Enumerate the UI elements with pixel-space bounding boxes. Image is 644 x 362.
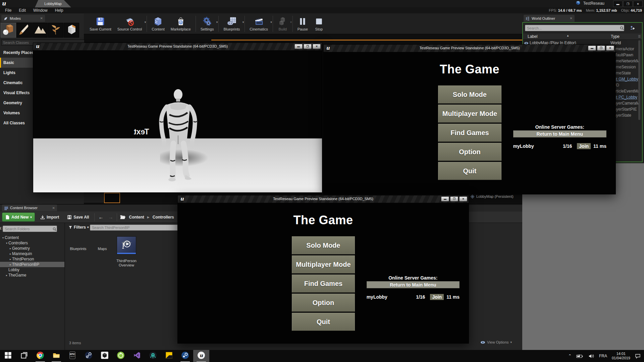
tree-item-thirdperson[interactable]: ▸ThirdPerson [0,256,64,262]
toolbar-content[interactable]: Content [149,16,168,32]
breadcrumb-content[interactable]: Content [129,215,144,220]
taskbar-explorer[interactable] [48,350,64,362]
tree-expander-icon[interactable]: ▸ [9,247,12,250]
tree-item-geometry[interactable]: ▸Geometry [0,246,64,251]
toolbar-stop[interactable]: Stop [311,16,327,32]
view-options-button[interactable]: View Options ▾ [480,340,512,344]
label-column-header[interactable]: Label [528,34,537,39]
save-all-button[interactable]: Save All [64,213,92,221]
dropdown-arrow-icon[interactable]: ▾ [290,20,292,24]
tree-expander-icon[interactable]: ▸ [9,252,12,255]
battery-icon[interactable] [576,354,584,358]
type-column-header[interactable]: Type [611,34,620,39]
toolbar-marketplace[interactable]: uMarketplace [168,16,194,32]
toolbar-pause[interactable]: Pause [294,16,311,32]
selected-asset-thumbnail[interactable] [104,193,120,203]
close-button[interactable]: ✕ [313,44,321,49]
minimize-button[interactable]: ▬ [294,44,303,49]
game-button-find-games[interactable]: Find Games [292,275,355,293]
game-button-option[interactable]: Option [292,294,355,312]
mode-tab-foliage[interactable] [48,23,63,38]
minimize-button[interactable]: ▬ [441,196,449,201]
taskbar-steam[interactable] [80,350,97,362]
tree-item-controllers[interactable]: ▾Controllers [0,240,64,246]
game-window-titlebar[interactable]: u TestReseau Game Preview Standalone (64… [324,45,615,52]
tree-expander-icon[interactable]: ▸ [5,274,8,277]
taskbar-steam-blue[interactable] [177,350,193,362]
tree-expander-icon[interactable]: ▾ [5,242,8,245]
column-filter-icon[interactable]: ☰ [638,35,641,38]
tree-item-mannequin[interactable]: ▸Mannequin [0,251,64,256]
clock[interactable]: 14:01 01/04/2019 [612,352,630,360]
add-new-button[interactable]: Add New ▾ [2,213,35,222]
tray-chevron-icon[interactable]: ⌃ [568,354,572,358]
asset-maps[interactable]: Maps [93,236,112,267]
close-button[interactable]: ✕ [459,196,467,201]
taskbar-gitkraken[interactable] [145,350,161,362]
speaker-icon[interactable] [588,354,594,358]
game-button-find-games[interactable]: Find Games [438,124,501,142]
import-button[interactable]: Import [38,213,62,221]
modes-tab-close-icon[interactable]: ✕ [40,16,43,20]
world-outliner-tab[interactable]: World Outliner ✕ [524,15,575,22]
dropdown-arrow-icon[interactable]: ▾ [243,20,244,24]
taskbar-unity[interactable] [97,350,113,362]
outliner-header[interactable]: Label ▲ Type ☰ [523,34,642,40]
menu-file[interactable]: File [1,8,15,13]
game-button-quit[interactable]: Quit [438,162,501,180]
maximize-button[interactable]: ❐ [450,196,458,201]
dropdown-arrow-icon[interactable]: ▾ [216,20,218,24]
maximize-button[interactable]: ❐ [597,46,605,51]
action-center-icon[interactable] [635,354,641,359]
taskbar-task-view[interactable] [16,350,32,362]
tree-expander-icon[interactable]: ▾ [1,236,5,239]
join-button[interactable]: Join [577,143,591,149]
game-preview-window-menu-2[interactable]: u TestReseau Game Preview Standalone (64… [177,195,469,344]
content-browser-tab-close-icon[interactable]: ✕ [52,206,55,210]
restore-button[interactable]: ❐ [623,1,633,7]
game-button-solo-mode[interactable]: Solo Mode [438,85,501,104]
content-browser-tab[interactable]: Content Browser ✕ [2,204,57,211]
game-window-titlebar[interactable]: u TestReseau Game Preview Standalone (64… [178,195,469,203]
taskbar-visual-studio[interactable] [129,350,145,362]
minimize-button[interactable]: ▬ [588,46,596,51]
tree-item-thirdpersonbp[interactable]: ▸ThirdPersonBP [0,262,64,267]
nav-back-button[interactable]: ← [97,214,104,220]
mode-tab-place[interactable] [1,23,16,38]
game-button-option[interactable]: Option [438,143,501,161]
language-indicator[interactable]: FRA [599,354,607,358]
tree-expander-icon[interactable]: ▸ [9,263,12,266]
add-actor-icon[interactable] [630,25,635,31]
main-titlebar[interactable]: u LobbyMap TestReseau ▬ ❐ ✕ [0,0,644,7]
tree-expander-icon[interactable]: ▸ [9,258,12,261]
menu-help[interactable]: Help [51,8,67,13]
game-button-multiplayer-mode[interactable]: Multiplayer Mode [438,105,501,123]
asset-thirdperson-overview[interactable]: ThirdPerson Overview [117,236,136,267]
toolbar-save-current[interactable]: Save Current [87,16,114,32]
menu-window[interactable]: Window [30,8,51,13]
taskbar-epic[interactable]: EPICGAMES [64,350,80,362]
dropdown-arrow-icon[interactable]: ▾ [270,20,272,24]
modes-tab[interactable]: Modes ✕ [1,15,45,22]
mode-tab-geometry[interactable] [64,23,79,38]
mode-tab-paint[interactable] [16,23,32,38]
sort-ascending-icon[interactable]: ▲ [567,34,569,37]
game-window-titlebar[interactable]: u TestReseau Game Preview Standalone (64… [33,43,322,51]
minimize-button[interactable]: ▬ [613,1,623,7]
map-tab[interactable]: LobbyMap [35,0,71,7]
breadcrumb-controllers[interactable]: Controllers [153,215,174,220]
taskbar-start[interactable] [0,350,16,362]
join-button[interactable]: Join [430,294,444,300]
game-preview-window-scene[interactable]: u TestReseau Game Preview Standalone (64… [33,43,322,193]
menu-edit[interactable]: Edit [15,8,30,13]
game-button-quit[interactable]: Quit [292,313,355,331]
taskbar-android-studio[interactable] [113,350,129,362]
outliner-tab-close-icon[interactable]: ✕ [570,16,573,20]
tree-item-content[interactable]: ▾Content [0,235,64,240]
outliner-search-input[interactable] [525,25,624,31]
outliner-scrollbar[interactable] [638,40,640,120]
toolbar-source-control[interactable]: ▾Source Control [114,16,145,32]
toolbar-cinematics[interactable]: ▾Cinematics [247,16,271,32]
search-folders-input[interactable] [3,226,57,232]
nav-forward-button[interactable]: → [107,214,114,220]
